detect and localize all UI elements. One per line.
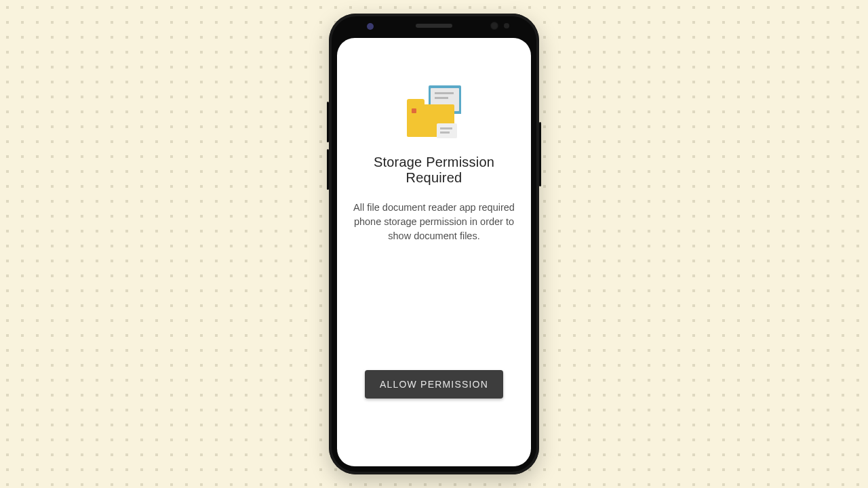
folder-documents-icon <box>407 85 461 140</box>
permission-description: All file document reader app required ph… <box>349 201 519 243</box>
phone-side-button <box>539 122 541 186</box>
permission-heading: Storage Permission Required <box>349 155 519 186</box>
phone-sensor <box>504 23 509 28</box>
phone-camera <box>490 22 498 30</box>
phone-side-button <box>327 102 329 142</box>
phone-top-bar <box>329 14 539 38</box>
app-screen: Storage Permission Required All file doc… <box>337 38 531 466</box>
phone-frame: Storage Permission Required All file doc… <box>329 14 539 474</box>
allow-permission-button[interactable]: ALLOW PERMISSION <box>365 370 503 399</box>
phone-led <box>367 23 374 30</box>
phone-side-button <box>327 149 329 190</box>
phone-speaker <box>416 24 452 28</box>
